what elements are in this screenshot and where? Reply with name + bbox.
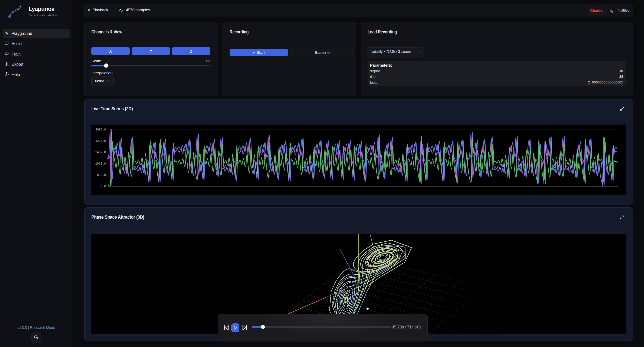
svg-text:2457.0: 2457.0 <box>95 150 106 154</box>
svg-text:0.0: 0.0 <box>100 185 106 188</box>
svg-text:819.0: 819.0 <box>97 173 106 177</box>
svg-text:1638.0: 1638.0 <box>95 162 106 165</box>
svg-text:4095.0: 4095.0 <box>95 128 106 131</box>
svg-text:3276.0: 3276.0 <box>95 139 106 143</box>
